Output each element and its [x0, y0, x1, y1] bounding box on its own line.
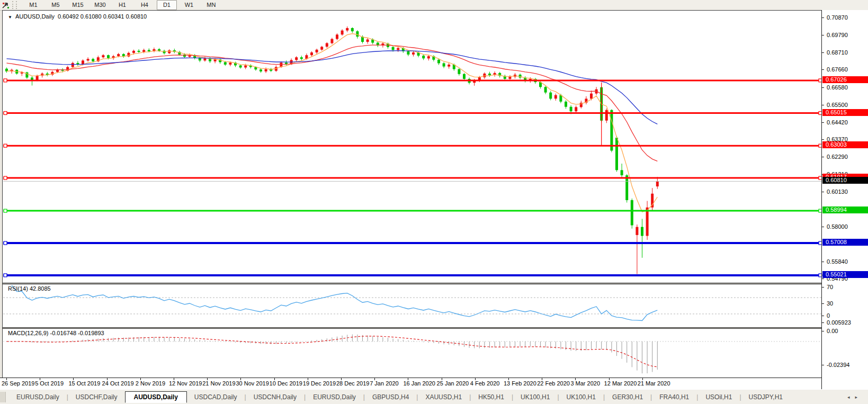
chart-tab-eurusd-daily[interactable]: EURUSD,Daily	[306, 392, 363, 402]
collapse-icon[interactable]: ▼	[8, 15, 12, 20]
chart-tab-hk50-h1[interactable]: HK50,H1	[471, 392, 512, 402]
macd-scale-label: -0.02394	[827, 362, 849, 368]
chart-tab-uk100-h1[interactable]: UK100,H1	[559, 392, 603, 402]
rsi-scale-label: 30	[827, 300, 833, 307]
axis-tick	[822, 87, 824, 88]
axis-tick	[822, 69, 824, 70]
axis-tick	[822, 365, 824, 365]
price-tick-label: 0.58000	[827, 223, 848, 230]
axis-tick	[822, 139, 824, 140]
chart-tab-usdcnh-daily[interactable]: USDCNH,Daily	[246, 392, 304, 402]
timeframe-button-h4[interactable]: H4	[135, 0, 155, 10]
chart-tab-usdchf-daily[interactable]: USDCHF,Daily	[68, 392, 125, 402]
price-tick-label: 0.60130	[827, 188, 848, 195]
tabs-container: EURUSD,Daily|USDCHF,DailyAUDUSD,DailyUSD…	[9, 391, 790, 403]
tab-scroll-arrows[interactable]: ◂▸	[847, 394, 863, 400]
toolbar-grip[interactable]	[12, 1, 17, 9]
panel-splitter[interactable]	[3, 283, 868, 284]
timeframe-button-h1[interactable]: H1	[112, 0, 132, 10]
date-label: 22 Feb 2020	[537, 380, 570, 387]
date-label: 19 Dec 2019	[303, 380, 336, 387]
rsi-chart-canvas[interactable]	[3, 284, 824, 327]
date-label: 25 Jan 2020	[437, 380, 469, 387]
axis-tick	[822, 262, 824, 262]
timeframe-button-m15[interactable]: M15	[68, 0, 88, 10]
rsi-label: RSI(14) 42.8085	[8, 285, 51, 292]
chart-tab-usdjpy-h1[interactable]: USDJPY,H1	[741, 392, 790, 402]
chart-tab-usoil-h1[interactable]: USOil,H1	[698, 392, 739, 402]
crosshair-cursor-icon	[2, 2, 10, 9]
date-label: 24 Oct 2019	[102, 380, 134, 387]
price-tick-label: 0.66580	[827, 84, 848, 91]
date-label: 16 Jan 2020	[403, 380, 435, 387]
date-label: 3 Mar 2020	[570, 380, 600, 387]
price-tick-label: 0.55840	[827, 258, 848, 265]
axis-tick	[822, 35, 824, 35]
price-tick-label: 0.64420	[827, 119, 848, 125]
chart-tab-usdcad-daily[interactable]: USDCAD,Daily	[187, 392, 245, 402]
timeframe-toolbar: ▼ M1M5M15M30H1H4D1W1MN	[0, 0, 868, 11]
axis-tick	[822, 227, 824, 227]
chart-tab-ger30-h1[interactable]: GER30,H1	[605, 392, 650, 402]
price-level-tag: 0.55021	[822, 271, 868, 278]
macd-chart-canvas[interactable]	[3, 329, 824, 378]
chart-tab-eurusd-daily[interactable]: EURUSD,Daily	[9, 392, 67, 402]
price-tick-label: 0.62290	[827, 154, 848, 160]
chart-tab-audusd-daily[interactable]: AUDUSD,Daily	[125, 391, 187, 403]
date-label: 30 Nov 2019	[236, 380, 269, 387]
date-label: 2 Nov 2019	[136, 380, 165, 387]
price-level-tag: 0.67026	[822, 76, 868, 83]
date-label: 7 Jan 2020	[370, 380, 398, 387]
timeframe-button-m1[interactable]: M1	[23, 0, 43, 10]
axis-tick	[822, 122, 824, 123]
date-axis[interactable]: 26 Sep 20195 Oct 201915 Oct 201924 Oct 2…	[0, 378, 868, 390]
chart-tab-xauusd-h1[interactable]: XAUUSD,H1	[418, 392, 469, 402]
timeframe-button-w1[interactable]: W1	[179, 0, 199, 10]
macd-scale-label: 0.005923	[827, 319, 851, 326]
crosshair-tool-button[interactable]: ▼	[2, 3, 8, 7]
date-label: 26 Sep 2019	[2, 380, 34, 387]
price-tick-label: 0.70870	[827, 14, 848, 21]
rsi-panel: RSI(14) 42.8085	[3, 284, 824, 327]
timeframe-button-m5[interactable]: M5	[46, 0, 66, 10]
axis-tick	[822, 279, 824, 279]
chart-title: ▼AUDUSD,Daily 0.60492 0.61080 0.60341 0.…	[8, 13, 147, 20]
date-label: 10 Dec 2019	[270, 380, 302, 387]
date-label: 12 Mar 2020	[604, 380, 637, 387]
price-level-tag: 0.65015	[822, 109, 868, 116]
price-level-tag: 0.57008	[822, 239, 868, 246]
price-chart-canvas[interactable]	[3, 11, 824, 283]
chart-tab-fra40-h1[interactable]: FRA40,H1	[652, 392, 696, 402]
price-level-tag: 0.58994	[822, 207, 868, 213]
axis-tick	[822, 17, 824, 18]
panel-splitter[interactable]	[3, 327, 868, 329]
tab-scroll-right-icon[interactable]: ▸	[855, 394, 863, 400]
axis-tick	[822, 303, 824, 304]
rsi-scale-label: 70	[827, 284, 833, 290]
price-tick-label: 0.68710	[827, 49, 848, 56]
macd-label: MACD(12,26,9) -0.016748 -0.019893	[8, 330, 104, 336]
date-label: 21 Nov 2019	[202, 380, 235, 387]
chart-window: ▼AUDUSD,Daily 0.60492 0.61080 0.60341 0.…	[2, 10, 868, 390]
date-label: 4 Feb 2020	[470, 380, 500, 387]
price-level-tag: 0.63003	[822, 141, 868, 148]
timeframe-button-m30[interactable]: M30	[90, 0, 110, 10]
date-label: 28 Dec 2019	[336, 380, 369, 387]
chart-tab-uk100-h1[interactable]: UK100,H1	[513, 392, 557, 402]
date-label: 5 Oct 2019	[35, 380, 64, 387]
price-axis[interactable]: 0.708700.697900.687100.676600.665800.655…	[821, 10, 868, 389]
timeframe-button-mn[interactable]: MN	[201, 0, 221, 10]
chart-tab-gbpusd-h4[interactable]: GBPUSD,H4	[365, 392, 416, 402]
macd-panel: MACD(12,26,9) -0.016748 -0.019893	[3, 329, 824, 378]
timeframe-buttons: M1M5M15M30H1H4D1W1MN	[21, 0, 221, 10]
price-tick-label: 0.65500	[827, 102, 848, 108]
timeframe-button-d1[interactable]: D1	[157, 0, 177, 10]
tab-scroll-left-icon[interactable]: ◂	[847, 394, 855, 400]
date-label: 21 Mar 2020	[638, 380, 670, 387]
date-label: 13 Feb 2020	[504, 380, 536, 387]
date-label: 12 Nov 2019	[169, 380, 202, 387]
axis-tick	[822, 331, 824, 331]
axis-tick	[822, 157, 824, 157]
axis-tick	[822, 316, 824, 316]
axis-tick	[822, 192, 824, 192]
